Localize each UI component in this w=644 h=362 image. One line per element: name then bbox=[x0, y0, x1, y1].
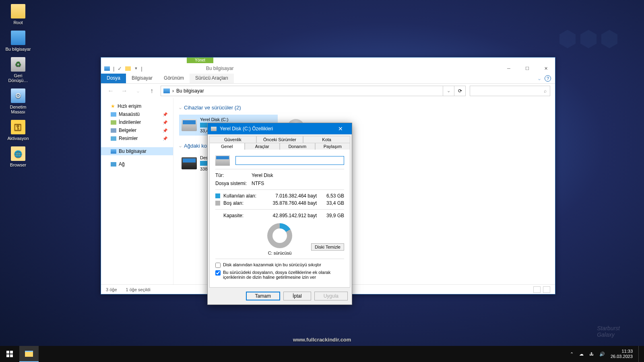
recycle-icon bbox=[11, 57, 25, 72]
index-checkbox[interactable] bbox=[215, 270, 221, 276]
ribbon-tab-file[interactable]: Dosya bbox=[101, 74, 126, 83]
qat-dropdown-icon[interactable]: ▼ bbox=[134, 66, 138, 70]
cancel-button[interactable]: İptal bbox=[283, 292, 311, 300]
tray-clock[interactable]: 11:33 26.03.2023 bbox=[611, 349, 633, 359]
chevron-down-icon: ⌵ bbox=[179, 105, 182, 110]
pin-icon: 📌 bbox=[163, 136, 167, 141]
pictures-icon bbox=[111, 136, 116, 141]
windows-icon bbox=[6, 351, 13, 357]
value-type: Yerel Disk bbox=[252, 173, 273, 178]
view-large-button[interactable] bbox=[543, 286, 550, 293]
qat-pc-icon bbox=[104, 66, 110, 71]
nav-forward-button[interactable]: → bbox=[120, 86, 129, 96]
minimize-button[interactable]: ─ bbox=[500, 63, 518, 74]
desktop-icon-label: Geri Dönüşü… bbox=[8, 73, 28, 83]
value-capacity-gb: 39,9 GB bbox=[320, 213, 344, 218]
ok-button[interactable]: Tamam bbox=[246, 292, 280, 300]
breadcrumb-item[interactable]: Bu bilgisayar bbox=[176, 88, 204, 94]
label-used: Kullanılan alan: bbox=[223, 193, 256, 199]
nav-recent-dropdown[interactable]: ⌵ bbox=[133, 86, 143, 96]
nav-back-button[interactable]: ← bbox=[106, 86, 116, 96]
compress-checkbox-row[interactable]: Disk alanından kazanmak için bu sürücüyü… bbox=[215, 262, 344, 268]
tray-volume-icon[interactable]: 🔊 bbox=[599, 352, 605, 357]
index-checkbox-row[interactable]: Bu sürücüdeki dosyaların, dosya özellikl… bbox=[215, 270, 344, 280]
drive-label: C: sürücüsü bbox=[215, 251, 344, 255]
tray-overflow-icon[interactable]: ⌃ bbox=[570, 352, 574, 357]
nav-documents[interactable]: Belgeler📌 bbox=[101, 126, 173, 134]
nav-this-pc[interactable]: Bu bilgisayar bbox=[101, 147, 173, 155]
desktop-icon-control-panel[interactable]: Denetim Masası bbox=[4, 88, 32, 114]
chevron-down-icon: ⌵ bbox=[179, 144, 182, 148]
volume-name-input[interactable] bbox=[235, 156, 344, 165]
value-filesystem: NTFS bbox=[252, 181, 264, 186]
refresh-button[interactable]: ⟳ bbox=[454, 86, 466, 96]
ribbon-collapse-icon[interactable]: ⌵ bbox=[538, 76, 541, 81]
disk-cleanup-button[interactable]: Diski Temizle bbox=[311, 243, 344, 251]
view-details-button[interactable] bbox=[533, 286, 541, 293]
label-filesystem: Dosya sistemi: bbox=[215, 181, 252, 186]
breadcrumb-separator: › bbox=[172, 88, 174, 94]
ribbon-context-header: Yönet bbox=[187, 58, 213, 63]
tab-quota[interactable]: Kota bbox=[303, 136, 350, 143]
wallpaper-signature: StarburstGalaxy bbox=[597, 325, 620, 338]
maximize-button[interactable]: ☐ bbox=[518, 63, 537, 74]
desktop-icon-label: Browser bbox=[10, 162, 26, 167]
close-button[interactable]: ✕ bbox=[537, 63, 555, 74]
nav-up-button[interactable]: ↑ bbox=[147, 86, 157, 96]
star-icon: ★ bbox=[111, 103, 115, 109]
ribbon-tab-view[interactable]: Görünüm bbox=[158, 74, 190, 83]
window-title: Bu bilgisayar bbox=[202, 66, 500, 71]
explorer-icon bbox=[25, 351, 33, 357]
value-free-bytes: 35.878.760.448 bayt bbox=[273, 200, 317, 206]
address-bar[interactable]: › Bu bilgisayar bbox=[161, 86, 443, 96]
status-item-count: 3 öğe bbox=[106, 287, 117, 292]
desktop-icon-activation[interactable]: Aktivasyon bbox=[4, 120, 32, 141]
tab-hardware[interactable]: Donanım bbox=[280, 143, 315, 150]
tray-network-icon[interactable]: 🖧 bbox=[589, 352, 594, 356]
start-button[interactable] bbox=[0, 346, 19, 362]
pc-icon bbox=[163, 88, 170, 93]
dialog-close-button[interactable]: ✕ bbox=[332, 123, 349, 134]
show-desktop-button[interactable] bbox=[638, 346, 641, 362]
qat-separator: | bbox=[141, 66, 142, 72]
section-devices[interactable]: ⌵Cihazlar ve sürücüler (2) bbox=[179, 105, 549, 111]
pin-icon: 📌 bbox=[163, 128, 167, 133]
nav-downloads[interactable]: İndirilenler📌 bbox=[101, 118, 173, 126]
folder-icon bbox=[111, 112, 116, 117]
search-input[interactable]: ⌕ bbox=[470, 86, 550, 96]
tray-onedrive-icon[interactable]: ☁ bbox=[579, 352, 584, 357]
tab-security[interactable]: Güvenlik bbox=[209, 136, 256, 143]
ribbon-tab-drive-tools[interactable]: Sürücü Araçları bbox=[190, 74, 234, 83]
nav-pictures[interactable]: Resimler📌 bbox=[101, 134, 173, 142]
qat-folder-icon[interactable] bbox=[125, 66, 131, 71]
help-icon[interactable]: ? bbox=[545, 75, 551, 82]
address-dropdown[interactable]: ⌵ bbox=[443, 86, 454, 96]
qat-properties-icon[interactable]: ✓ bbox=[118, 66, 122, 72]
tab-tools[interactable]: Araçlar bbox=[245, 143, 280, 150]
desktop-icon-label: Root bbox=[13, 20, 23, 25]
desktop-icon-this-pc[interactable]: Bu bilgisayar bbox=[4, 31, 32, 51]
desktop-icon-root[interactable]: Root bbox=[4, 4, 32, 25]
desktop-icon-label: Denetim Masası bbox=[10, 105, 27, 114]
status-selected-count: 1 öğe seçildi bbox=[126, 287, 151, 292]
properties-dialog: Yerel Disk (C:) Özellikleri ✕ Güvenlik Ö… bbox=[207, 123, 352, 305]
downloads-icon bbox=[111, 120, 116, 125]
tab-previous-versions[interactable]: Önceki Sürümler bbox=[256, 136, 303, 143]
tab-sharing[interactable]: Paylaşım bbox=[315, 143, 351, 150]
desktop-icon-recycle[interactable]: Geri Dönüşü… bbox=[4, 57, 32, 83]
apply-button[interactable]: Uygula bbox=[314, 292, 348, 300]
value-capacity-bytes: 42.895.142.912 bayt bbox=[273, 213, 317, 218]
disk-icon bbox=[215, 155, 230, 166]
dialog-titlebar[interactable]: Yerel Disk (C:) Özellikleri ✕ bbox=[208, 123, 352, 134]
ribbon-tab-computer[interactable]: Bilgisayar bbox=[126, 74, 158, 83]
nav-quick-access[interactable]: ★Hızlı erişim bbox=[101, 102, 173, 110]
tab-general[interactable]: Genel bbox=[209, 143, 245, 150]
nav-network[interactable]: Ağ bbox=[101, 160, 173, 168]
nav-desktop[interactable]: Masaüstü📌 bbox=[101, 110, 173, 118]
key-icon bbox=[11, 120, 25, 134]
qat-separator: | bbox=[113, 66, 114, 72]
drive-name: Yerel Disk (C:) bbox=[200, 117, 275, 122]
compress-checkbox[interactable] bbox=[215, 263, 221, 268]
desktop-icon-browser[interactable]: Browser bbox=[4, 146, 32, 167]
taskbar-explorer[interactable] bbox=[19, 346, 39, 362]
